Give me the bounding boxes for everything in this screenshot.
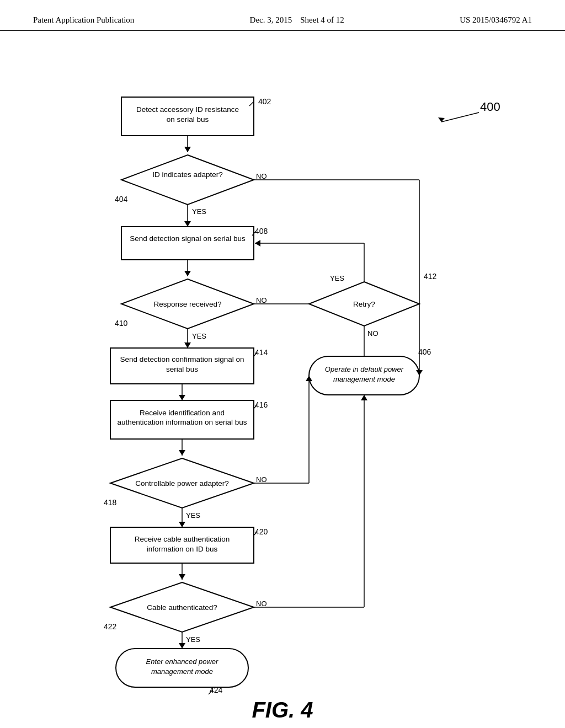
- svg-marker-63: [179, 643, 185, 649]
- svg-text:YES: YES: [186, 511, 200, 520]
- svg-text:Cable authenticated?: Cable authenticated?: [147, 603, 217, 612]
- svg-text:on serial bus: on serial bus: [167, 115, 209, 124]
- svg-text:YES: YES: [330, 274, 344, 282]
- svg-text:ID indicates adapter?: ID indicates adapter?: [152, 170, 223, 179]
- header-center: Dec. 3, 2015 Sheet 4 of 12: [250, 15, 344, 25]
- svg-marker-67: [361, 395, 367, 400]
- id-402: 402: [258, 97, 271, 106]
- node-404: [121, 155, 254, 205]
- id-418: 418: [104, 498, 117, 507]
- svg-text:information on ID bus: information on ID bus: [147, 545, 218, 553]
- id-424: 424: [210, 686, 223, 694]
- svg-text:YES: YES: [186, 635, 200, 644]
- svg-marker-59: [179, 574, 185, 580]
- node-408: [121, 227, 254, 260]
- id-422: 422: [104, 622, 117, 631]
- svg-text:NO: NO: [256, 475, 267, 484]
- svg-text:Receive cable authentication: Receive cable authentication: [135, 535, 230, 543]
- svg-text:Retry?: Retry?: [353, 300, 375, 308]
- svg-text:Receive identification and: Receive identification and: [140, 409, 225, 417]
- svg-marker-45: [179, 450, 185, 456]
- svg-text:NO: NO: [256, 296, 267, 304]
- svg-marker-6: [184, 147, 191, 152]
- svg-text:Operate in default power: Operate in default power: [325, 365, 404, 373]
- sheet-label: Sheet 4 of 12: [300, 15, 344, 24]
- svg-marker-17: [184, 271, 191, 276]
- svg-text:management mode: management mode: [151, 667, 213, 676]
- svg-text:NO: NO: [256, 172, 267, 180]
- svg-text:YES: YES: [192, 207, 206, 216]
- svg-marker-40: [179, 395, 185, 400]
- svg-marker-29: [255, 240, 260, 247]
- label-400: 400: [480, 100, 500, 114]
- header: Patent Application Publication Dec. 3, 2…: [0, 0, 565, 31]
- svg-text:NO: NO: [256, 599, 267, 608]
- svg-text:Controllable power adapter?: Controllable power adapter?: [135, 479, 229, 488]
- figure-label: FIG. 4: [252, 698, 313, 720]
- diagram-area: 400 Detect accessory ID resistance on se…: [0, 31, 565, 720]
- svg-text:YES: YES: [192, 332, 206, 340]
- svg-text:Enter enhanced power: Enter enhanced power: [146, 657, 218, 666]
- svg-text:management mode: management mode: [333, 375, 395, 383]
- header-left: Patent Application Publication: [33, 15, 134, 25]
- svg-text:Send detection confirmation si: Send detection confirmation signal on: [120, 355, 244, 363]
- id-406: 406: [418, 347, 431, 356]
- svg-text:authentication information on : authentication information on serial bus: [118, 418, 247, 426]
- id-412: 412: [424, 272, 437, 281]
- svg-text:NO: NO: [367, 329, 379, 338]
- id-410: 410: [115, 319, 128, 328]
- svg-line-0: [441, 113, 479, 122]
- svg-text:Response received?: Response received?: [153, 300, 221, 308]
- svg-text:Send detection signal on seria: Send detection signal on serial bus: [130, 234, 246, 243]
- header-right: US 2015/0346792 A1: [460, 15, 532, 25]
- id-404: 404: [115, 195, 128, 204]
- svg-text:Detect accessory ID resistance: Detect accessory ID resistance: [136, 105, 239, 114]
- svg-marker-49: [179, 522, 185, 527]
- id-408: 408: [255, 227, 268, 235]
- svg-marker-21: [184, 342, 191, 348]
- svg-marker-10: [184, 221, 191, 227]
- svg-text:serial bus: serial bus: [166, 365, 198, 373]
